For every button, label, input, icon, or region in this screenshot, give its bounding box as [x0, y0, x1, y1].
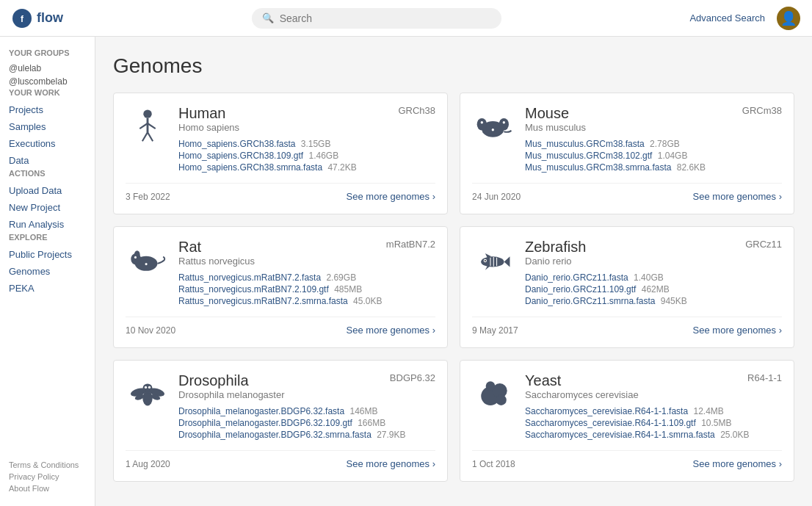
- genome-files-list: Drosophila_melanogaster.BDGP6.32.fasta 1…: [178, 406, 435, 440]
- sidebar-group-ulelab[interactable]: @ulelab: [6, 62, 89, 75]
- genome-version: R64-1-1: [747, 372, 782, 383]
- genome-file-link[interactable]: Rattus_norvegicus.mRatBN7.2.fasta: [178, 272, 321, 283]
- genome-card-rat: Rat mRatBN7.2 Rattus norvegicus Rattus_n…: [113, 226, 448, 348]
- genome-file: Saccharomyces_cerevisiae.R64-1-1.109.gtf…: [525, 418, 782, 428]
- genome-file-link[interactable]: Homo_sapiens.GRCh38.109.gtf: [178, 151, 303, 161]
- sidebar-group-luscombelab[interactable]: @luscombelab: [6, 75, 89, 88]
- see-more-genomes-link[interactable]: See more genomes ›: [693, 191, 782, 202]
- genome-file-link[interactable]: Homo_sapiens.GRCh38.fasta: [178, 139, 295, 149]
- sidebar-item-executions[interactable]: Executions: [6, 135, 89, 152]
- svg-point-9: [477, 118, 487, 131]
- genome-file-link[interactable]: Drosophila_melanogaster.BDGP6.32.smrna.f…: [178, 430, 371, 440]
- sidebar-item-new-project[interactable]: New Project: [6, 199, 89, 216]
- genome-files-list: Danio_rerio.GRCz11.fasta 1.40GB Danio_re…: [525, 272, 782, 306]
- genome-card-header: Human GRCh38 Homo sapiens Homo_sapiens.G…: [126, 105, 435, 174]
- genome-file-link[interactable]: Saccharomyces_cerevisiae.R64-1-1.smrna.f…: [525, 430, 715, 440]
- sidebar-item-genomes[interactable]: Genomes: [6, 263, 89, 280]
- genome-name: Mouse: [525, 105, 569, 122]
- genome-file-link[interactable]: Saccharomyces_cerevisiae.R64-1-1.fasta: [525, 406, 688, 416]
- see-more-genomes-link[interactable]: See more genomes ›: [347, 325, 435, 336]
- svg-point-39: [486, 381, 496, 391]
- svg-line-5: [148, 123, 156, 129]
- search-box: 🔍: [252, 8, 501, 29]
- search-input[interactable]: [280, 12, 491, 24]
- genome-file-link[interactable]: Drosophila_melanogaster.BDGP6.32.109.gtf: [178, 418, 352, 428]
- genome-card-zebrafish: Zebrafish GRCz11 Danio rerio Danio_rerio…: [460, 226, 794, 348]
- logo[interactable]: f flow: [12, 8, 63, 29]
- privacy-link[interactable]: Privacy Policy: [6, 471, 89, 482]
- see-more-genomes-link[interactable]: See more genomes ›: [347, 191, 435, 202]
- sidebar-item-public-projects[interactable]: Public Projects: [6, 246, 89, 263]
- sidebar-item-samples[interactable]: Samples: [6, 118, 89, 135]
- sidebar-groups-label: Your groups: [6, 48, 89, 57]
- genome-file-size: 10.5MB: [701, 418, 731, 428]
- genome-file-link[interactable]: Rattus_norvegicus.mRatBN7.2.smrna.fasta: [178, 296, 348, 306]
- genome-file-link[interactable]: Mus_musculus.GRCm38.smrna.fasta: [525, 162, 671, 173]
- svg-line-7: [148, 132, 153, 141]
- genome-date: 24 Jun 2020: [472, 192, 521, 202]
- genome-info: Human GRCh38 Homo sapiens Homo_sapiens.G…: [170, 105, 435, 174]
- genome-file-link[interactable]: Homo_sapiens.GRCh38.smrna.fasta: [178, 162, 322, 173]
- genome-file-size: 25.0KB: [720, 430, 749, 440]
- genome-name: Rat: [178, 239, 201, 256]
- genome-name-row: Yeast R64-1-1: [525, 372, 782, 389]
- genome-file-link[interactable]: Saccharomyces_cerevisiae.R64-1-1.109.gtf: [525, 418, 696, 428]
- genome-card-header: Yeast R64-1-1 Saccharomyces cerevisiae S…: [472, 372, 782, 441]
- genome-species: Rattus norvegicus: [178, 256, 435, 267]
- genome-file-link[interactable]: Danio_rerio.GRCz11.109.gtf: [525, 284, 636, 294]
- genome-file: Homo_sapiens.GRCh38.109.gtf 1.46GB: [178, 151, 435, 161]
- genome-icon-rat: [126, 239, 170, 283]
- genome-file-size: 146MB: [349, 406, 377, 416]
- genome-info: Rat mRatBN7.2 Rattus norvegicus Rattus_n…: [170, 239, 435, 308]
- sidebar-item-run-analysis[interactable]: Run Analysis: [6, 216, 89, 233]
- genome-card-footer: 24 Jun 2020 See more genomes ›: [472, 183, 782, 202]
- sidebar-footer: Terms & Conditions Privacy Policy About …: [6, 450, 89, 494]
- svg-point-18: [145, 263, 148, 265]
- logo-text: flow: [37, 10, 63, 26]
- sidebar-explore-section: Explore Public Projects Genomes PEKA: [6, 233, 89, 297]
- genome-file-size: 3.15GB: [301, 139, 331, 149]
- genome-card-header: Rat mRatBN7.2 Rattus norvegicus Rattus_n…: [126, 239, 435, 308]
- avatar-image: 👤: [780, 10, 797, 26]
- svg-point-24: [485, 260, 486, 261]
- sidebar-item-data[interactable]: Data: [6, 152, 89, 169]
- genome-name: Zebrafish: [525, 239, 586, 256]
- see-more-genomes-link[interactable]: See more genomes ›: [693, 325, 782, 336]
- genome-card-drosophila: Drosophila BDGP6.32 Drosophila melanogas…: [113, 360, 448, 482]
- genome-file-size: 945KB: [661, 296, 687, 306]
- genome-date: 10 Nov 2020: [126, 325, 175, 336]
- sidebar-groups-section: Your groups @ulelab @luscombelab: [6, 48, 89, 88]
- genome-file-link[interactable]: Rattus_norvegicus.mRatBN7.2.109.gtf: [178, 284, 329, 294]
- genome-version: GRCh38: [398, 105, 435, 116]
- genome-card-footer: 1 Oct 2018 See more genomes ›: [472, 450, 782, 469]
- genome-date: 1 Oct 2018: [472, 459, 515, 469]
- see-more-genomes-link[interactable]: See more genomes ›: [347, 458, 435, 469]
- sidebar-item-upload-data[interactable]: Upload Data: [6, 182, 89, 199]
- genome-file-link[interactable]: Mus_musculus.GRCm38.102.gtf: [525, 151, 652, 161]
- genome-name: Drosophila: [178, 372, 249, 389]
- terms-link[interactable]: Terms & Conditions: [6, 459, 89, 471]
- genome-file-link[interactable]: Drosophila_melanogaster.BDGP6.32.fasta: [178, 406, 344, 416]
- genome-file-link[interactable]: Danio_rerio.GRCz11.smrna.fasta: [525, 296, 655, 306]
- top-bar-right: Advanced Search 👤: [689, 7, 800, 30]
- genome-name-row: Rat mRatBN7.2: [178, 239, 435, 256]
- advanced-search-link[interactable]: Advanced Search: [689, 12, 765, 24]
- genome-info: Drosophila BDGP6.32 Drosophila melanogas…: [170, 372, 435, 441]
- genome-name-row: Zebrafish GRCz11: [525, 239, 782, 256]
- search-area: 🔍: [63, 8, 689, 29]
- svg-point-2: [143, 109, 151, 118]
- genome-files-list: Saccharomyces_cerevisiae.R64-1-1.fasta 1…: [525, 406, 782, 440]
- genome-species: Danio rerio: [525, 256, 782, 267]
- genome-card-footer: 9 May 2017 See more genomes ›: [472, 317, 782, 336]
- genome-files-list: Homo_sapiens.GRCh38.fasta 3.15GB Homo_sa…: [178, 139, 435, 173]
- sidebar-item-peka[interactable]: PEKA: [6, 280, 89, 297]
- about-link[interactable]: About Flow: [6, 482, 89, 494]
- genome-file-link[interactable]: Danio_rerio.GRCz11.fasta: [525, 272, 628, 283]
- genome-file-link[interactable]: Mus_musculus.GRCm38.fasta: [525, 139, 645, 149]
- sidebar-item-projects[interactable]: Projects: [6, 101, 89, 118]
- avatar[interactable]: 👤: [777, 7, 800, 30]
- genome-card-header: Drosophila BDGP6.32 Drosophila melanogas…: [126, 372, 435, 441]
- genome-name: Yeast: [525, 372, 561, 389]
- genome-icon-mouse: [472, 105, 516, 149]
- see-more-genomes-link[interactable]: See more genomes ›: [693, 458, 782, 469]
